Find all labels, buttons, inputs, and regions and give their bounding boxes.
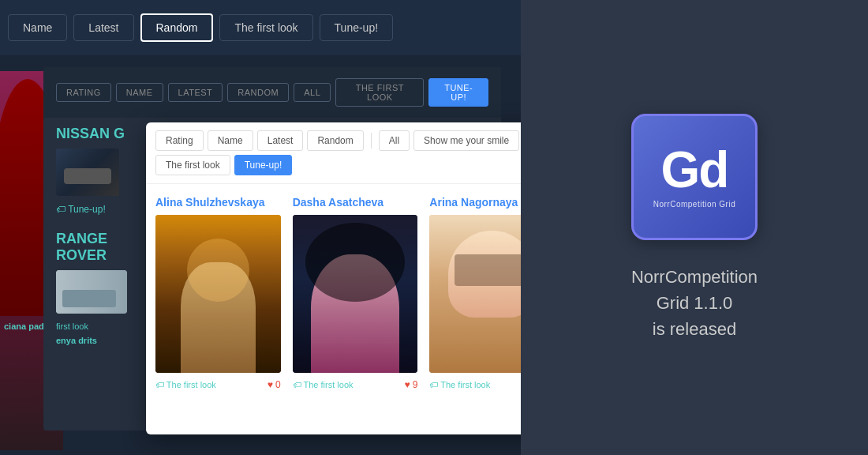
person-name-3: Arina Nagornaya — [429, 196, 521, 209]
car-image — [56, 149, 119, 196]
release-text: NorrCompetition Grid 1.1.0 is released — [631, 264, 758, 342]
gd-letters: Gd — [661, 145, 728, 195]
car-visual — [56, 149, 119, 196]
main-card: Rating Name Latest Random All Show me yo… — [146, 122, 521, 434]
card-nav: Rating Name Latest Random All Show me yo… — [146, 122, 521, 184]
person-photo-2 — [293, 215, 418, 373]
mid-btn-random[interactable]: Random — [227, 83, 289, 102]
person-col-2: Dasha Asatcheva The first look ♥ 9 — [293, 196, 418, 390]
left-section: Name Latest Random The first look Tune-u… — [0, 0, 521, 455]
person-col-1: Alina Shulzhevskaya The first look ♥ 0 — [155, 196, 281, 390]
card-btn-name[interactable]: Name — [208, 130, 253, 151]
person-footer-2: The first look ♥ 9 — [293, 379, 418, 390]
card-btn-smile[interactable]: Show me your smile — [413, 130, 519, 151]
person-tag-2: The first look — [293, 380, 354, 389]
card-btn-first-look[interactable]: The first look — [155, 155, 230, 175]
mid-btn-tuneup[interactable]: TUNE-UP! — [428, 78, 488, 107]
gd-logo: Gd NorrCompetition Grid — [631, 114, 758, 240]
person-footer-3: The first look ♥ 0 — [429, 379, 521, 390]
card-btn-tuneup[interactable]: Tune-up! — [234, 155, 293, 175]
card-nav-separator — [371, 133, 372, 149]
mid-btn-latest[interactable]: Latest — [168, 83, 223, 102]
mid-nav: Rating Name Latest Random ALL THE FIRST … — [43, 67, 501, 118]
person-name-2: Dasha Asatcheva — [293, 196, 418, 209]
person-name-1: Alina Shulzhevskaya — [155, 196, 281, 209]
nav-btn-tuneup[interactable]: Tune-up! — [320, 14, 394, 41]
person-footer-1: The first look ♥ 0 — [155, 379, 281, 390]
mid-btn-all[interactable]: ALL — [294, 83, 331, 102]
nav-btn-latest[interactable]: Latest — [73, 14, 133, 41]
card-btn-rating[interactable]: Rating — [155, 130, 204, 151]
mid-btn-first-look[interactable]: THE FIRST LOOK — [335, 78, 424, 107]
release-line-2: Grid 1.1.0 — [631, 290, 758, 316]
person-likes-2: ♥ 9 — [405, 379, 418, 390]
nav-btn-name[interactable]: Name — [8, 14, 67, 41]
card-btn-random[interactable]: Random — [307, 130, 363, 151]
person-photo-1 — [155, 215, 281, 373]
card-btn-latest[interactable]: Latest — [257, 130, 304, 151]
gd-logo-subtitle: NorrCompetition Grid — [653, 200, 735, 209]
mid-btn-rating[interactable]: Rating — [56, 83, 111, 102]
person-tag-1: The first look — [155, 380, 216, 389]
person-tag-3: The first look — [429, 380, 490, 389]
heart-icon-2: ♥ — [405, 379, 410, 390]
card-btn-all[interactable]: All — [379, 130, 410, 151]
right-section: Gd NorrCompetition Grid NorrCompetition … — [521, 0, 868, 455]
card-content: Alina Shulzhevskaya The first look ♥ 0 — [146, 184, 521, 402]
person-col-3: Arina Nagornaya The first look ♥ 0 — [429, 196, 521, 390]
nav-btn-random[interactable]: Random — [140, 13, 214, 42]
release-line-1: NorrCompetition — [631, 264, 758, 290]
range-rover-image — [56, 270, 127, 314]
mid-btn-name[interactable]: Name — [116, 83, 163, 102]
person-likes-1: ♥ 0 — [268, 379, 281, 390]
top-nav: Name Latest Random The first look Tune-u… — [0, 0, 521, 55]
nav-btn-first-look[interactable]: The first look — [219, 14, 312, 41]
heart-icon-1: ♥ — [268, 379, 273, 390]
release-line-3: is released — [631, 316, 758, 342]
person-photo-3 — [429, 215, 521, 373]
